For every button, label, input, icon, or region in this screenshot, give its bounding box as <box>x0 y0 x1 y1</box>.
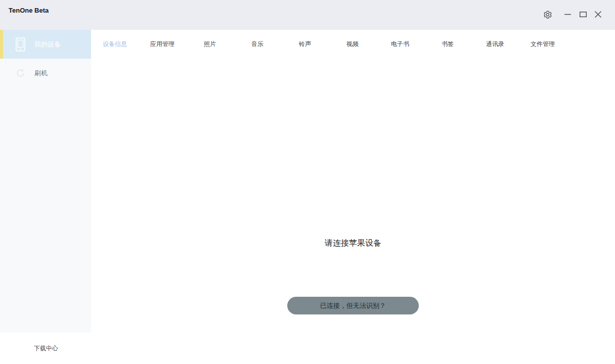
main-content: 设备信息 应用管理 照片 音乐 铃声 视频 电子书 书签 通讯录 文件管理 请连… <box>91 30 615 333</box>
active-indicator <box>0 30 3 59</box>
sidebar-item-flash[interactable]: 刷机 <box>0 59 91 87</box>
tab-file-management[interactable]: 文件管理 <box>519 30 566 58</box>
tab-music[interactable]: 音乐 <box>234 30 281 58</box>
app-window: TenOne Beta <box>0 0 615 364</box>
minimize-icon <box>564 14 571 15</box>
sidebar-item-my-device[interactable]: 我的设备 <box>0 30 91 59</box>
maximize-button[interactable] <box>576 8 590 21</box>
close-icon <box>595 11 601 18</box>
app-title: TenOne Beta <box>9 7 49 14</box>
close-button[interactable] <box>591 8 605 21</box>
settings-button[interactable] <box>541 8 554 21</box>
tab-bar: 设备信息 应用管理 照片 音乐 铃声 视频 电子书 书签 通讯录 文件管理 <box>91 30 566 58</box>
tab-device-info[interactable]: 设备信息 <box>91 30 139 58</box>
tab-bookmarks[interactable]: 书签 <box>424 30 471 58</box>
sidebar: 我的设备 刷机 <box>0 30 91 333</box>
titlebar: TenOne Beta <box>0 0 615 30</box>
tab-ringtones[interactable]: 铃声 <box>281 30 329 58</box>
footer: 下载中心 <box>0 333 615 364</box>
tab-photos[interactable]: 照片 <box>186 30 234 58</box>
tab-ebooks[interactable]: 电子书 <box>376 30 424 58</box>
maximize-icon <box>580 12 587 17</box>
not-recognized-button[interactable]: 已连接，但无法识别？ <box>287 297 419 314</box>
connect-device-message: 请连接苹果设备 <box>91 238 615 249</box>
tab-app-management[interactable]: 应用管理 <box>139 30 186 58</box>
gear-icon <box>543 10 552 19</box>
download-center-link[interactable]: 下载中心 <box>34 344 58 353</box>
refresh-icon <box>16 68 25 78</box>
sidebar-item-label: 我的设备 <box>34 40 61 49</box>
tab-videos[interactable]: 视频 <box>329 30 376 58</box>
sidebar-item-label: 刷机 <box>34 69 48 78</box>
tab-contacts[interactable]: 通讯录 <box>471 30 519 58</box>
minimize-button[interactable] <box>561 8 575 21</box>
phone-icon <box>16 37 25 52</box>
